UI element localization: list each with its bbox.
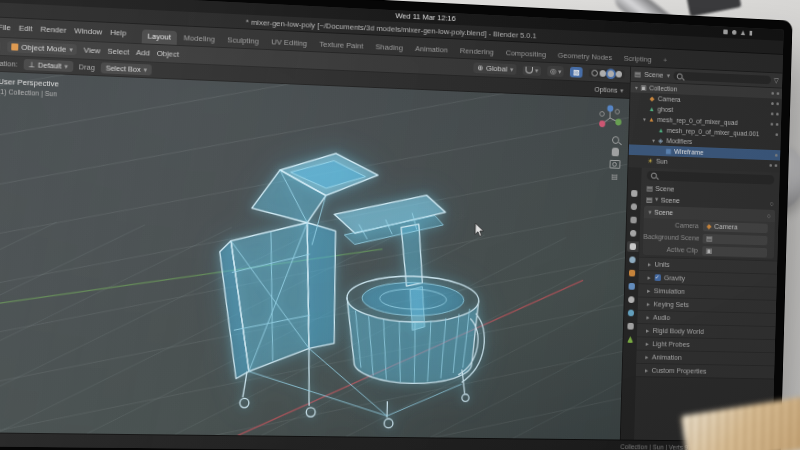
camera-view-icon[interactable] <box>610 160 621 169</box>
visibility-toggles[interactable] <box>771 92 779 95</box>
modifiers-icon: ◈ <box>657 136 665 144</box>
chevron-down-icon: ▾ <box>535 67 538 75</box>
scene-panel-title: Scene <box>654 208 673 217</box>
gravity-checkbox[interactable]: ✓ <box>654 274 660 281</box>
outliner-editor: ▤ Scene ▾ ▽ ▾ ▣ Collection <box>628 67 782 173</box>
mode-label: Object Mode <box>21 43 66 54</box>
tab-scene[interactable] <box>627 241 639 252</box>
system-tray[interactable] <box>723 29 752 35</box>
visibility-toggles[interactable] <box>771 112 779 115</box>
tray-icon[interactable] <box>741 30 745 35</box>
tab-object-data[interactable] <box>624 334 636 345</box>
tab-view-layer[interactable] <box>627 228 639 239</box>
tab-particles[interactable] <box>625 294 637 305</box>
perspective-toggle-icon[interactable]: ▤ <box>611 172 618 181</box>
camera-field-value[interactable]: ◆ Camera <box>703 221 768 232</box>
menu-window[interactable]: Window <box>74 26 102 36</box>
right-panel-column: ▤ Scene ▾ ▽ ▾ ▣ Collection <box>620 67 783 442</box>
xray-toggle[interactable]: ▩ <box>570 67 583 78</box>
chevron-down-icon: ▾ <box>620 87 623 95</box>
outliner-display-mode[interactable]: Scene <box>644 70 663 79</box>
wireframe-mixer-model[interactable] <box>189 130 500 440</box>
menu-help[interactable]: Help <box>110 28 126 38</box>
background-scene-value[interactable]: ▤ <box>703 234 768 245</box>
menu-edit[interactable]: Edit <box>19 24 33 34</box>
chevron-down-icon: ▾ <box>510 65 513 73</box>
menu-file[interactable]: File <box>0 23 11 33</box>
shading-wireframe-button[interactable] <box>591 70 597 77</box>
zoom-icon[interactable] <box>612 136 619 144</box>
pan-hand-icon[interactable] <box>612 148 619 157</box>
chevron-down-icon: ▾ <box>667 72 670 80</box>
breadcrumb-label[interactable]: Scene <box>655 184 674 193</box>
visibility-toggles[interactable] <box>769 164 777 167</box>
panel-options-icon[interactable]: ○ <box>767 213 771 220</box>
tab-layout[interactable]: Layout <box>142 29 177 44</box>
menu-render[interactable]: Render <box>40 25 66 35</box>
outliner-search-input[interactable] <box>673 71 770 84</box>
tab-uv-editing[interactable]: UV Editing <box>265 35 313 51</box>
filter-icon[interactable]: ▽ <box>774 76 779 84</box>
mouse-cursor <box>474 223 484 238</box>
properties-editor: ▤ Scene ▤ ▾ Scene ○ <box>621 167 780 441</box>
tab-sculpting[interactable]: Sculpting <box>221 33 264 49</box>
outliner-display-mode-icon[interactable]: ▤ <box>634 70 641 79</box>
chevron-down-icon: ▾ <box>64 62 68 70</box>
options-dropdown[interactable]: Options ▾ <box>594 85 623 95</box>
viewport-canvas[interactable]: User Perspective (1) Collection | Sun ◤ … <box>0 71 629 440</box>
tray-icon[interactable] <box>732 30 737 35</box>
proportional-edit-toggle[interactable]: ◎ ▾ <box>547 66 564 77</box>
visibility-toggles[interactable] <box>775 154 778 157</box>
viewport-menu-add[interactable]: Add <box>136 48 150 58</box>
visibility-toggles[interactable] <box>771 123 779 126</box>
tab-render[interactable] <box>628 201 640 212</box>
screen: Wed 11 Mar 12:16 * mixer-gen-low-poly [~… <box>0 0 784 450</box>
shading-material-button[interactable] <box>608 70 614 77</box>
tab-scripting[interactable]: Scripting <box>618 52 657 67</box>
tab-rendering[interactable]: Rendering <box>454 44 499 60</box>
active-clip-value[interactable]: ▣ <box>702 246 767 257</box>
tab-object[interactable] <box>626 268 638 279</box>
shading-mode-switcher <box>589 69 625 79</box>
tab-modeling[interactable]: Modeling <box>178 31 221 47</box>
mesh-data-icon: ▲ <box>657 127 665 134</box>
collapsed-caret-icon: ▸ <box>647 274 650 282</box>
collapsed-caret-icon: ▸ <box>646 313 649 321</box>
editor-type-button[interactable]: ▤ ▾ <box>0 40 1 52</box>
tab-modifiers[interactable] <box>626 281 638 292</box>
tab-animation[interactable]: Animation <box>409 42 453 58</box>
viewport-menu-object[interactable]: Object <box>157 49 180 59</box>
tab-compositing[interactable]: Compositing <box>500 46 552 62</box>
orientation-setting-dropdown[interactable]: ⊥ Default ▾ <box>23 59 73 72</box>
system-clock: Wed 11 Mar 12:16 <box>395 11 456 23</box>
add-workspace-button[interactable]: + <box>658 54 673 68</box>
tray-icon[interactable] <box>749 31 752 36</box>
tray-icon[interactable] <box>723 29 728 34</box>
search-icon <box>677 73 683 79</box>
monitor: Wed 11 Mar 12:16 * mixer-gen-low-poly [~… <box>0 0 792 450</box>
visibility-toggles[interactable] <box>775 133 778 136</box>
tab-physics[interactable] <box>625 308 637 319</box>
shading-rendered-button[interactable] <box>616 71 622 78</box>
menu-bar: File Edit Render Window Help <box>0 23 126 38</box>
drag-setting-label: Drag <box>79 62 95 72</box>
tab-texture-paint[interactable]: Texture Paint <box>314 37 370 53</box>
pin-icon[interactable]: ○ <box>770 199 774 208</box>
tab-shading[interactable]: Shading <box>370 40 409 55</box>
navigation-gizmo[interactable] <box>596 102 624 132</box>
tab-tool[interactable] <box>628 188 640 199</box>
mesh-icon: ▲ <box>647 116 655 123</box>
viewport-menu-view[interactable]: View <box>83 46 100 56</box>
mode-dropdown[interactable]: Object Mode ▾ <box>7 41 77 55</box>
visibility-toggles[interactable] <box>771 102 779 105</box>
shading-solid-button[interactable] <box>600 70 606 77</box>
global-orientation-icon: ⊕ <box>477 63 483 72</box>
drag-setting-dropdown[interactable]: Select Box ▾ <box>101 62 152 75</box>
tab-constraints[interactable] <box>625 321 637 332</box>
transform-orientation-dropdown[interactable]: ⊕ Global ▾ <box>473 62 517 75</box>
tab-world[interactable] <box>626 254 638 265</box>
viewport-menu-select[interactable]: Select <box>107 47 129 57</box>
snap-toggle[interactable]: ▾ <box>523 65 541 75</box>
tab-output[interactable] <box>628 215 640 226</box>
search-icon <box>651 173 657 179</box>
